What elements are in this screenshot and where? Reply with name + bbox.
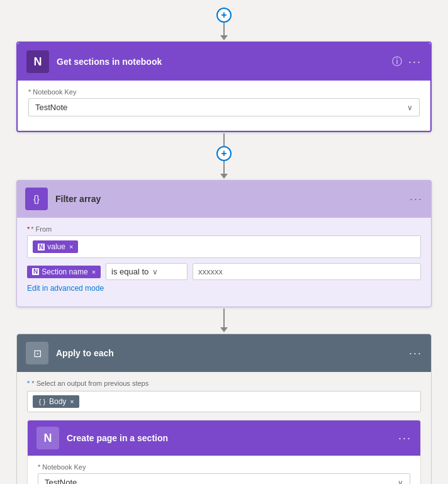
create-page-header: N Create page in a section ··· bbox=[28, 420, 420, 456]
body-tag-row[interactable]: { } Body × bbox=[27, 391, 421, 412]
get-sections-header: N Get sections in notebook ⓘ ··· bbox=[18, 43, 430, 81]
section-name-tag-remove[interactable]: × bbox=[92, 268, 96, 276]
connector-line bbox=[223, 23, 225, 35]
create-page-more-icon[interactable]: ··· bbox=[398, 432, 412, 445]
apply-more-icon[interactable]: ··· bbox=[409, 347, 422, 360]
operator-chevron-icon: ∨ bbox=[152, 267, 158, 276]
body-tag-remove[interactable]: × bbox=[70, 398, 74, 405]
create-notebook-key-field: * Notebook Key TestNote ∨ bbox=[38, 463, 410, 484]
connector-arrowhead bbox=[220, 35, 228, 40]
filter-array-card: {} Filter array ··· ** From N value × bbox=[16, 180, 432, 307]
notebook-key-field: * Notebook Key TestNote ∨ bbox=[28, 88, 420, 116]
operator-value: is equal to bbox=[111, 267, 148, 276]
apply-to-each-title: Apply to each bbox=[56, 348, 409, 358]
from-field: ** From N value × N Section name × bbox=[27, 225, 421, 293]
get-sections-actions: ⓘ ··· bbox=[392, 55, 422, 69]
create-page-icon: N bbox=[36, 427, 59, 449]
more-icon[interactable]: ··· bbox=[408, 55, 422, 69]
from-input-row[interactable]: N value × bbox=[27, 235, 421, 258]
value-tag-remove[interactable]: × bbox=[69, 243, 73, 250]
notebook-key-value: TestNote bbox=[35, 103, 67, 112]
filter-value-input[interactable]: xxxxxx bbox=[193, 263, 421, 280]
apply-actions: ··· bbox=[409, 347, 422, 360]
connector-line-2 bbox=[223, 161, 225, 174]
apply-icon-container: ⊡ bbox=[26, 342, 48, 364]
create-page-actions: ··· bbox=[398, 432, 412, 445]
get-sections-title: Get sections in notebook bbox=[57, 57, 392, 67]
top-connector: + bbox=[216, 8, 232, 40]
curly-braces-icon: {} bbox=[33, 194, 39, 204]
filter-array-title: Filter array bbox=[55, 194, 410, 204]
connector-arrowhead-1 bbox=[220, 174, 228, 179]
chevron-down-icon: ∨ bbox=[407, 103, 413, 112]
filter-condition: N Section name × is equal to ∨ xxxxxx bbox=[27, 263, 421, 280]
middle-plus-button[interactable]: + bbox=[216, 146, 232, 161]
onenote-mini-icon: N bbox=[38, 244, 45, 250]
notebook-key-label: * Notebook Key bbox=[28, 88, 420, 96]
create-notebook-key-dropdown[interactable]: TestNote ∨ bbox=[38, 473, 410, 484]
create-page-card: N Create page in a section ··· * Noteboo… bbox=[27, 420, 421, 484]
get-sections-icon: N bbox=[26, 50, 49, 73]
arrow-line bbox=[223, 308, 225, 327]
filter-array-header: {} Filter array ··· bbox=[16, 180, 432, 218]
filter-array-body: ** From N value × N Section name × bbox=[16, 218, 432, 307]
apply-each-icon: ⊡ bbox=[33, 347, 42, 359]
filter-array-icon: {} bbox=[25, 188, 48, 210]
filter-array-actions: ··· bbox=[410, 193, 423, 206]
arrow-connector bbox=[220, 308, 228, 332]
more-icon[interactable]: ··· bbox=[410, 193, 423, 206]
select-output-label: * * Select an output from previous steps bbox=[27, 380, 421, 387]
flow-container: + N Get sections in notebook ⓘ ··· * Not… bbox=[0, 0, 448, 484]
connector-line-1 bbox=[223, 133, 225, 146]
arrow-arrowhead bbox=[220, 327, 228, 332]
body-tag: { } Body × bbox=[33, 395, 79, 408]
create-page-title: Create page in a section bbox=[67, 433, 398, 443]
create-page-body: * Notebook Key TestNote ∨ * Notebook sec… bbox=[28, 456, 420, 484]
section-name-tag: N Section name × bbox=[27, 266, 101, 278]
onenote-icon: N bbox=[34, 55, 42, 69]
edit-advanced-link[interactable]: Edit in advanced mode bbox=[27, 284, 421, 293]
value-tag: N value × bbox=[33, 240, 78, 253]
apply-to-each-header: ⊡ Apply to each ··· bbox=[17, 334, 431, 372]
get-sections-body: * Notebook Key TestNote ∨ bbox=[18, 81, 430, 131]
body-curly-icon: { } bbox=[38, 397, 47, 406]
top-plus-button[interactable]: + bbox=[216, 8, 232, 23]
create-chevron-icon: ∨ bbox=[398, 478, 403, 485]
info-icon[interactable]: ⓘ bbox=[392, 55, 402, 69]
from-label: ** From bbox=[27, 225, 421, 233]
middle-connector-1: + bbox=[216, 133, 232, 179]
create-notebook-key-label: * Notebook Key bbox=[38, 463, 410, 471]
operator-dropdown[interactable]: is equal to ∨ bbox=[106, 263, 188, 280]
get-sections-card: N Get sections in notebook ⓘ ··· * Noteb… bbox=[16, 42, 432, 132]
notebook-key-dropdown[interactable]: TestNote ∨ bbox=[28, 98, 420, 116]
apply-to-each-card: ⊡ Apply to each ··· * * Select an output… bbox=[16, 334, 432, 484]
apply-to-each-body: * * Select an output from previous steps… bbox=[17, 372, 431, 484]
create-notebook-key-value: TestNote bbox=[45, 478, 77, 484]
onenote-mini-icon-2: N bbox=[32, 268, 39, 275]
create-page-onenote-icon: N bbox=[44, 432, 52, 445]
